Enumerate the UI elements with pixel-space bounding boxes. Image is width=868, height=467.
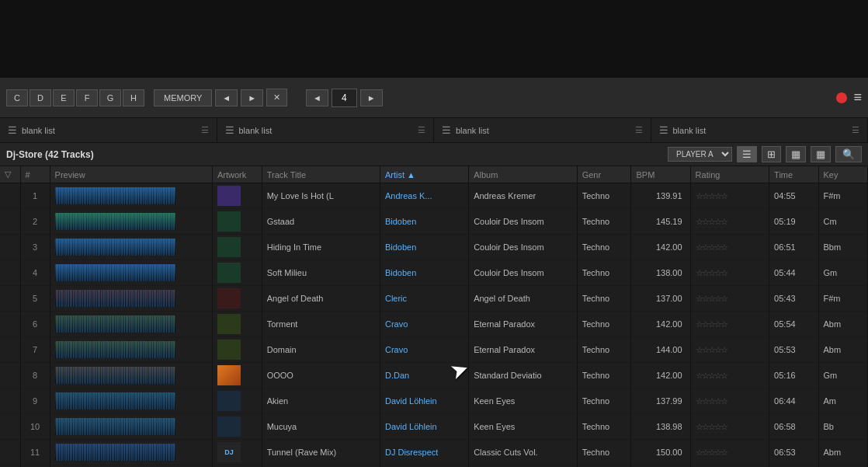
artwork-image (217, 416, 241, 437)
nav-next-button[interactable]: ► (241, 89, 263, 106)
row-artwork (212, 209, 262, 235)
tab-2-close[interactable]: ☰ (418, 125, 425, 135)
stars-icon[interactable]: ☆☆☆☆☆ (696, 345, 727, 354)
row-bpm: 144.00 (631, 337, 690, 363)
stars-icon[interactable]: ☆☆☆☆☆ (696, 319, 727, 329)
col-header-artist[interactable]: Artist ▲ (380, 166, 468, 183)
table-row[interactable]: 8 OOOO D.Dan Standard Deviatio Techno 14… (0, 363, 868, 389)
letter-btn-h[interactable]: H (123, 89, 144, 106)
playlist-title: Dj-Store (42 Tracks) (6, 149, 94, 160)
col-header-album[interactable]: Album (469, 166, 578, 183)
row-num: 2 (20, 209, 50, 235)
row-artist: Andreas K... (380, 183, 468, 209)
stars-icon[interactable]: ☆☆☆☆☆ (696, 268, 727, 277)
view-grid-button[interactable]: ⊞ (762, 146, 781, 162)
player-select[interactable]: PLAYER A PLAYER B (668, 147, 732, 162)
letter-btn-e[interactable]: E (53, 89, 75, 106)
row-bpm: 138.00 (631, 260, 690, 286)
row-title: Tunnel (Rave Mix) (262, 440, 380, 465)
menu-icon[interactable]: ≡ (853, 89, 862, 106)
row-genre: Techno (577, 414, 631, 440)
table-row[interactable]: 11 DJ Tunnel (Rave Mix) DJ Disrespect Cl… (0, 440, 868, 465)
col-header-rating[interactable]: Rating (690, 166, 769, 183)
table-row[interactable]: 4 Soft Milieu Bidoben Couloir Des Insom … (0, 260, 868, 286)
table-row[interactable]: 6 Torment Cravo Eternal Paradox Techno 1… (0, 312, 868, 337)
table-header: ▽ # Preview Artwork Track Title Artist ▲… (0, 166, 868, 183)
stars-icon[interactable]: ☆☆☆☆☆ (696, 217, 727, 226)
col-header-num[interactable]: # (20, 166, 50, 183)
table-row[interactable]: 9 Akien David Löhlein Keen Eyes Techno 1… (0, 389, 868, 414)
stars-icon[interactable]: ☆☆☆☆☆ (696, 371, 727, 380)
row-filter (0, 235, 20, 260)
row-artwork (212, 260, 262, 286)
row-artist: David Löhlein (380, 389, 468, 414)
nav-close-button[interactable]: ✕ (266, 89, 287, 106)
search-button[interactable]: 🔍 (835, 146, 862, 162)
row-artwork (212, 389, 262, 414)
memory-button[interactable]: MEMORY (154, 89, 212, 106)
row-title: Torment (262, 312, 380, 337)
row-bpm: 150.00 (631, 440, 690, 465)
stars-icon[interactable]: ☆☆☆☆☆ (696, 294, 727, 303)
table-row[interactable]: 7 Domain Cravo Eternal Paradox Techno 14… (0, 337, 868, 363)
page-right-button[interactable]: ► (360, 89, 383, 106)
view-large-button[interactable]: ▦ (786, 146, 806, 162)
tab-1-close[interactable]: ☰ (201, 125, 209, 135)
tab-3-label: blank list (456, 126, 489, 135)
col-header-bpm[interactable]: BPM (631, 166, 690, 183)
stars-icon[interactable]: ☆☆☆☆☆ (696, 422, 727, 431)
view-small-button[interactable]: ▦ (811, 146, 831, 162)
tab-4[interactable]: ☰ blank list ☰ (651, 118, 869, 142)
letter-btn-g[interactable]: G (99, 89, 121, 106)
table-row[interactable]: 5 Angel of Death Cleric Angel of Death T… (0, 286, 868, 312)
tab-2[interactable]: ☰ blank list ☰ (217, 118, 435, 142)
col-header-title[interactable]: Track Title (262, 166, 380, 183)
row-preview (50, 286, 212, 312)
row-num: 9 (20, 389, 50, 414)
col-header-genre[interactable]: Genr (577, 166, 631, 183)
page-number: 4 (332, 89, 357, 107)
row-genre: Techno (577, 209, 631, 235)
stars-icon[interactable]: ☆☆☆☆☆ (696, 396, 727, 406)
track-table: ▽ # Preview Artwork Track Title Artist ▲… (0, 166, 868, 467)
col-header-key[interactable]: Key (818, 166, 867, 183)
row-artwork: DJ (212, 440, 262, 465)
table-row[interactable]: 3 Hiding In Time Bidoben Couloir Des Ins… (0, 235, 868, 260)
col-header-filter[interactable]: ▽ (0, 166, 20, 183)
row-time: 06:53 (769, 440, 818, 465)
letter-buttons: C D E F G H (6, 89, 144, 106)
row-preview (50, 209, 212, 235)
artwork-image (217, 340, 241, 360)
col-header-artwork[interactable]: Artwork (212, 166, 262, 183)
tab-3[interactable]: ☰ blank list ☰ (434, 118, 651, 142)
row-filter (0, 414, 20, 440)
tab-2-icon: ☰ (225, 124, 234, 136)
row-artist: Bidoben (380, 235, 468, 260)
row-num: 10 (20, 414, 50, 440)
table-row[interactable]: 1 My Love Is Hot (L Andreas K... Andreas… (0, 183, 868, 209)
view-list-button[interactable]: ☰ (737, 146, 757, 162)
row-artist: D.Dan (380, 363, 468, 389)
track-list: 1 My Love Is Hot (L Andreas K... Andreas… (0, 183, 868, 468)
nav-prev-button[interactable]: ◄ (215, 89, 238, 106)
tab-3-close[interactable]: ☰ (635, 125, 643, 135)
row-bpm: 142.00 (631, 363, 690, 389)
table-row[interactable]: 2 Gstaad Bidoben Couloir Des Insom Techn… (0, 209, 868, 235)
col-header-preview[interactable]: Preview (50, 166, 212, 183)
page-left-button[interactable]: ◄ (306, 89, 328, 106)
letter-btn-d[interactable]: D (30, 89, 51, 106)
stars-icon[interactable]: ☆☆☆☆☆ (696, 448, 727, 457)
letter-btn-c[interactable]: C (6, 89, 28, 106)
stars-icon[interactable]: ☆☆☆☆☆ (696, 242, 727, 252)
row-key: F#m (818, 183, 867, 209)
stars-icon[interactable]: ☆☆☆☆☆ (696, 191, 727, 200)
tab-4-close[interactable]: ☰ (852, 125, 859, 135)
tab-1[interactable]: ☰ blank list ☰ (0, 118, 217, 142)
playlist-controls: PLAYER A PLAYER B ☰ ⊞ ▦ ▦ 🔍 (668, 146, 862, 162)
letter-btn-f[interactable]: F (76, 89, 98, 106)
table-row[interactable]: 10 Mucuya David Löhlein Keen Eyes Techno… (0, 414, 868, 440)
col-header-time[interactable]: Time (769, 166, 818, 183)
row-preview (50, 363, 212, 389)
row-bpm: 139.91 (631, 183, 690, 209)
row-rating: ☆☆☆☆☆ (690, 286, 769, 312)
